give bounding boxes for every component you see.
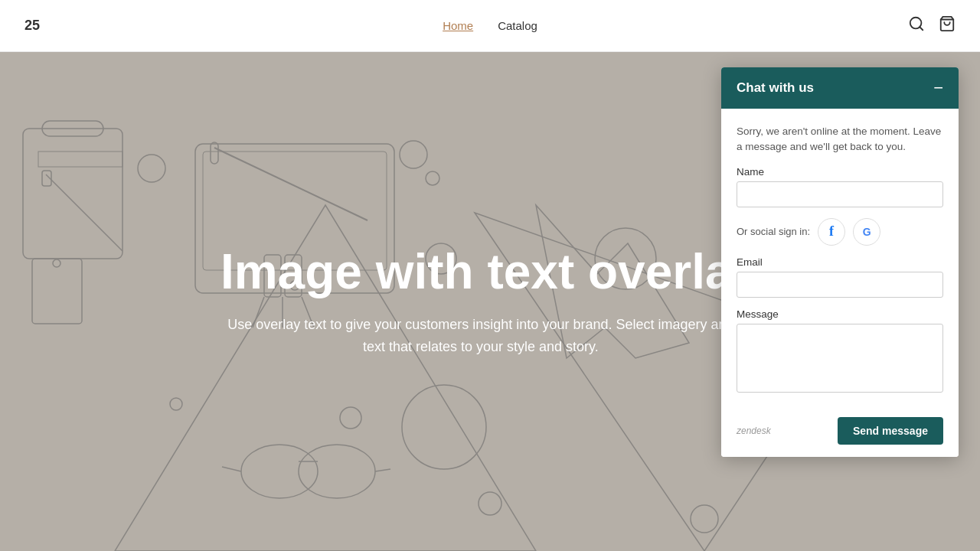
svg-point-27 [299,445,375,498]
social-signin-row: Or social sign in: f G [737,218,943,246]
chat-offline-message: Sorry, we aren't online at the moment. L… [737,124,943,155]
social-label: Or social sign in: [737,226,810,237]
svg-point-23 [479,492,501,515]
email-input[interactable] [737,272,943,298]
search-icon[interactable] [908,15,925,36]
svg-rect-5 [38,152,122,167]
svg-point-22 [691,505,718,533]
message-field-group: Message [737,308,943,393]
svg-point-15 [340,407,361,429]
navbar: 25 Home Catalog [0,0,980,52]
svg-point-14 [170,398,182,410]
hero-subtitle: Use overlay text to give your customers … [220,314,741,358]
email-field-group: Email [737,256,943,298]
nav-links: Home Catalog [443,19,537,32]
nav-link-home[interactable]: Home [443,19,473,32]
name-label: Name [737,166,943,178]
send-message-button[interactable]: Send message [838,417,943,445]
hero-content: Image with text overlay Use overlay text… [205,245,775,358]
svg-line-1 [920,27,923,30]
svg-point-32 [53,259,60,267]
message-input[interactable] [737,324,943,393]
message-label: Message [737,308,943,320]
chat-footer: zendesk Send message [721,408,959,457]
zendesk-label: zendesk [737,425,771,436]
hero-title: Image with text overlay [220,245,760,298]
svg-line-11 [214,148,368,220]
svg-point-26 [241,445,318,498]
brand-logo: 25 [24,18,40,34]
svg-line-30 [375,469,390,471]
svg-line-6 [46,174,122,251]
google-icon: G [863,226,871,238]
nav-icons [908,15,956,36]
svg-point-16 [400,141,427,168]
svg-rect-3 [23,129,122,259]
chat-body: Sorry, we aren't online at the moment. L… [721,109,959,408]
svg-rect-31 [32,259,82,324]
svg-point-13 [138,155,165,182]
nav-link-catalog[interactable]: Catalog [498,19,537,32]
google-signin-button[interactable]: G [853,218,880,246]
cart-icon[interactable] [939,15,956,36]
email-label: Email [737,256,943,268]
name-field-group: Name [737,166,943,207]
chat-minimize-button[interactable]: − [933,80,943,96]
svg-point-17 [426,171,439,185]
chat-widget: Chat with us − Sorry, we aren't online a… [721,67,959,457]
svg-line-28 [222,467,241,471]
facebook-icon: f [829,223,834,240]
chat-header: Chat with us − [721,67,959,109]
svg-rect-12 [211,142,218,164]
svg-point-20 [402,385,486,469]
name-input[interactable] [737,181,943,207]
facebook-signin-button[interactable]: f [818,218,845,246]
chat-title: Chat with us [737,80,814,96]
